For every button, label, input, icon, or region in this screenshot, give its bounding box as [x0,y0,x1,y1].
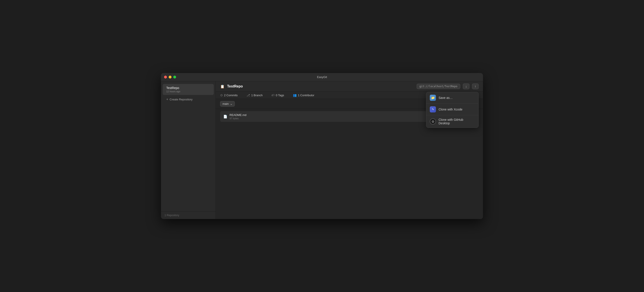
push-icon: ↑ [474,85,476,88]
sidebar-repo-item[interactable]: TestRepo 12 hours ago [163,84,214,95]
xcode-icon: ✎ [430,106,436,112]
sidebar-footer: 1 Repository [161,211,216,219]
app-window: EasyGit TestRepo 12 hours ago + Create R… [161,73,483,219]
branch-selector[interactable]: main ⌄ [220,101,235,106]
contributors-stat[interactable]: 👥 1 Contributor [293,93,314,97]
repo-time: 12 hours ago [166,90,210,93]
tags-stat[interactable]: 🏷 0 Tags [272,93,284,97]
tags-icon: 🏷 [272,93,274,97]
fetch-button[interactable]: ↓ [463,84,470,89]
repo-title: TestRepo [227,84,414,88]
save-as-icon: 📁 [430,95,436,101]
repo-list: TestRepo 12 hours ago + Create Repositor… [161,81,216,211]
close-button[interactable] [164,76,167,78]
traffic-lights [164,76,176,78]
content-area: 📋 TestRepo git://localhost/TestRepo ↓ ↑ … [216,81,483,219]
main-layout: TestRepo 12 hours ago + Create Repositor… [161,81,483,219]
branch-stat[interactable]: ⎇ 1 Branch [246,93,263,97]
repository-count: 1 Repository [164,214,179,217]
clone-xcode-button[interactable]: ✎ Clone with Xcode [426,104,478,115]
file-icon: 📄 [223,115,228,119]
contributors-icon: 👥 [293,93,296,97]
sidebar: TestRepo 12 hours ago + Create Repositor… [161,81,216,219]
tags-label: 0 Tags [276,94,284,97]
window-title: EasyGit [317,75,327,79]
fetch-icon: ↓ [466,85,467,88]
create-repository-button[interactable]: + Create Repository [163,96,214,103]
minimize-button[interactable] [169,76,172,78]
branch-icon: ⎇ [246,93,250,97]
push-button[interactable]: ↑ [472,84,479,89]
title-bar: EasyGit [161,73,483,81]
repo-header: 📋 TestRepo git://localhost/TestRepo ↓ ↑ [216,81,483,92]
clone-xcode-label: Clone with Xcode [439,108,462,111]
clone-github-button[interactable]: ⊙ Clone with GitHub Desktop [426,115,478,127]
github-icon: ⊙ [430,118,436,124]
clone-github-label: Clone with GitHub Desktop [439,118,475,125]
save-as-button[interactable]: 📁 Save as… [426,92,478,104]
commits-label: 2 Commits [224,94,238,97]
contributors-label: 1 Contributor [298,94,314,97]
save-as-label: Save as… [439,96,453,99]
branch-chevron-icon: ⌄ [230,102,232,105]
commits-stat[interactable]: ⊙ 2 Commits [220,93,238,97]
branch-name: main [222,102,229,105]
repo-icon: 📋 [220,84,224,89]
create-repository-label: Create Repository [170,98,193,101]
branch-label: 1 Branch [251,94,263,97]
commits-icon: ⊙ [220,93,223,97]
repo-name: TestRepo [166,86,210,90]
dropdown-menu: 📁 Save as… ✎ Clone with Xcode ⊙ Clone wi… [426,92,479,128]
maximize-button[interactable] [173,76,176,78]
plus-icon: + [166,98,168,101]
repo-url-badge[interactable]: git://localhost/TestRepo [416,84,460,89]
